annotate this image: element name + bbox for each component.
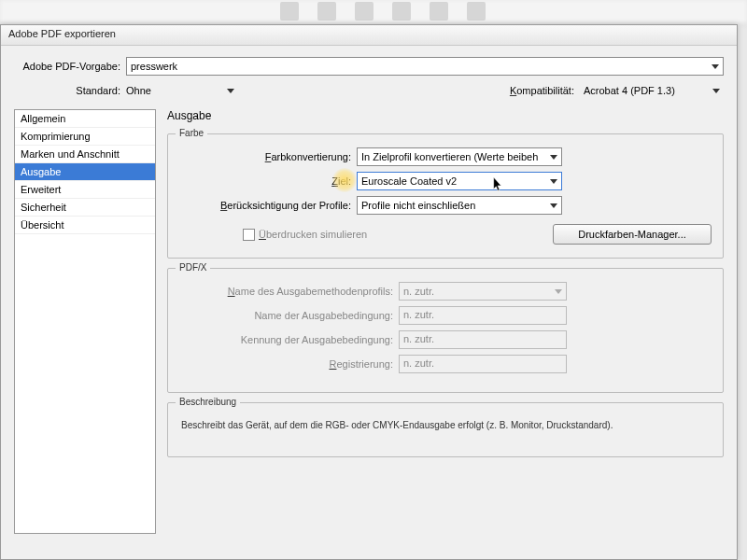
farbe-legend: Farbe [176,128,207,138]
standard-label: Standard: [14,85,126,96]
preset-value: presswerk [131,61,177,72]
description-text: Beschreibt das Gerät, auf dem die RGB- o… [179,416,712,443]
compat-select[interactable]: Acrobat 4 (PDF 1.3) [584,81,724,100]
registry-label: Registrierung: [179,358,399,370]
condition-name-label: Name der Ausgabebedingung: [179,310,399,321]
sidebar-item-ausgabe[interactable]: Ausgabe [15,163,155,181]
profiles-select[interactable]: Profile nicht einschließen [357,196,562,215]
registry-input: n. zutr. [399,355,567,373]
farbe-fieldset: Farbe Farbkonvertierung: In Zielprofil k… [167,133,724,259]
standard-value: Ohne [126,85,151,96]
compat-label: Kompatibilität: [510,85,580,96]
ziel-select[interactable]: Euroscale Coated v2 [357,172,562,190]
conversion-label: Farbkonvertierung: [179,151,357,162]
sidebar-item-komprimierung[interactable]: Komprimierung [15,128,155,146]
export-pdf-dialog: Adobe PDF exportieren Adobe PDF-Vorgabe:… [0,24,738,560]
chevron-down-icon [550,155,557,160]
chevron-down-icon [712,89,720,93]
conversion-select[interactable]: In Zielprofil konvertieren (Werte beibeh [357,147,562,166]
profiles-label: Berücksichtigung der Profile: [179,200,357,211]
dialog-title: Adobe PDF exportieren [8,28,116,39]
chevron-down-icon [550,179,557,184]
output-profile-select: n. zutr. [399,282,567,301]
category-sidebar: Allgemein Komprimierung Marken und Ansch… [14,109,156,534]
description-legend: Beschreibung [176,397,240,407]
dialog-titlebar: Adobe PDF exportieren [1,25,737,46]
ziel-label: Ziel: [179,175,357,187]
pdfx-legend: PDF/X [176,262,210,273]
condition-name-input: n. zutr. [399,306,567,325]
preset-select[interactable]: presswerk [126,57,724,76]
sidebar-item-marken[interactable]: Marken und Anschnitt [15,146,155,163]
chevron-down-icon [555,289,562,294]
chevron-down-icon [712,64,719,69]
compat-value: Acrobat 4 (PDF 1.3) [584,85,675,96]
sidebar-item-allgemein[interactable]: Allgemein [15,110,155,128]
sidebar-item-erweitert[interactable]: Erweitert [15,181,155,199]
condition-id-input: n. zutr. [399,330,567,349]
standard-select[interactable]: Ohne [126,81,238,100]
description-fieldset: Beschreibung Beschreibt das Gerät, auf d… [167,402,724,457]
chevron-down-icon [550,203,557,208]
overprint-label: Überdrucken simulieren [259,229,367,240]
chevron-down-icon [227,89,234,93]
pdfx-fieldset: PDF/X Name des Ausgabemethodenprofils: n… [167,268,724,393]
output-profile-label: Name des Ausgabemethodenprofils: [179,286,399,297]
sidebar-item-uebersicht[interactable]: Übersicht [15,217,155,234]
ink-manager-button[interactable]: Druckfarben-Manager... [553,224,712,245]
condition-id-label: Kennung der Ausgabebedingung: [179,334,399,345]
main-panel: Ausgabe Farbe Farbkonvertierung: In Ziel… [167,109,724,534]
preset-label: Adobe PDF-Vorgabe: [14,61,126,72]
panel-title: Ausgabe [167,109,724,122]
overprint-checkbox[interactable] [243,229,255,241]
sidebar-item-sicherheit[interactable]: Sicherheit [15,199,155,217]
